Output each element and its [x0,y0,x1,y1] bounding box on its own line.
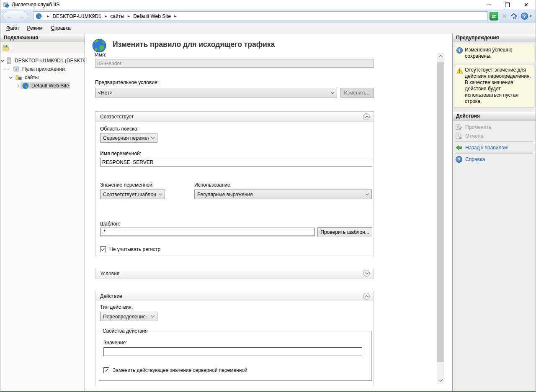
scope-value: Серверная переменн [103,135,149,141]
menu-help[interactable]: Справка [51,25,71,31]
connections-header: Подключения [0,33,85,42]
connections-toolbar [0,42,85,53]
cancel-icon [456,133,462,139]
edit-precondition-button: Изменить... [340,88,374,98]
action-value-input[interactable] [103,347,362,356]
scope-label: Область поиска: [100,126,139,132]
expand-icon[interactable] [363,270,370,277]
tree-label-server: DESKTOP-U1MK9D1 (DESKTOI [13,57,85,64]
toolbar-divider [12,44,12,51]
variable-value-label: Значение переменной: [100,182,154,188]
stop-button: ✕ [500,12,509,20]
action-type-select[interactable]: Переопределение [100,312,157,321]
ignore-case-label: Не учитывать регистр [109,246,160,252]
menu-file[interactable]: Файл [6,25,19,31]
apply-button: Применить [453,123,536,131]
scroll-down-button[interactable] [437,377,444,384]
divider [455,153,533,154]
precondition-select[interactable]: <Нет> [95,88,337,97]
collapse-icon[interactable] [363,113,370,120]
cancel-label: Отмена [465,133,483,139]
usage-value: Регулярные выражения [197,192,253,197]
variable-value-select[interactable]: Соответствует шаблону [100,190,165,199]
breadcrumb-separator-icon: ▶ [105,15,107,18]
minimize-button[interactable] [479,0,498,9]
tree-item-default-web-site[interactable]: Default Web Site [0,82,85,90]
save-connection-icon[interactable] [3,44,9,51]
restore-icon [505,3,510,7]
scope-select[interactable]: Серверная переменн [100,133,157,143]
application-pools-icon [13,66,20,72]
breadcrumb-item-sites[interactable]: сайты [110,13,124,19]
expander-icon[interactable] [9,75,13,78]
conditions-section: Условия [95,268,374,279]
help-button[interactable]: ? [520,12,529,20]
breadcrumb-item-server[interactable]: DESKTOP-U1MK9D1 [52,13,101,19]
tree-label-app-pools: Пулы приложений [21,66,66,72]
action-section-header[interactable]: Действие [95,291,374,301]
collapse-icon[interactable] [363,293,370,300]
restore-button[interactable] [498,0,517,9]
close-button[interactable]: ✕ [517,0,536,9]
breadcrumb[interactable]: ▶ DESKTOP-U1MK9D1 ▶ сайты ▶ Default Web … [33,11,487,21]
back-icon: ← [6,13,12,19]
match-section-header[interactable]: Соответствует [95,112,374,122]
stop-icon: ✕ [502,13,507,19]
test-pattern-button[interactable]: Проверить шаблон... [317,227,372,237]
action-value-label: Значение: [103,340,127,346]
scrollbar-thumb[interactable] [437,62,444,362]
warning-icon [456,67,463,74]
alert-warning-text: Отсутствует значение для действия переоп… [465,67,532,105]
back-arrow-icon [456,144,462,151]
match-section: Соответствует Область поиска: Серверная … [95,111,374,256]
home-button[interactable] [509,12,518,20]
info-icon: i [456,47,463,54]
replace-value-checkbox[interactable] [103,367,109,373]
address-toolbar: ← → ▶ DESKTOP-U1MK9D1 ▶ сайты ▶ Default … [0,9,536,23]
help-icon: ? [456,156,462,163]
tree-label-default-web-site: Default Web Site [30,82,70,89]
ignore-case-checkbox[interactable] [100,246,106,252]
variable-name-label: Имя переменной: [100,151,141,156]
conditions-section-header[interactable]: Условия [95,268,374,279]
actions-list: Применить Отмена Назад к правилам [453,120,536,164]
variable-name-input[interactable] [100,158,372,167]
connections-pane: Подключения DES [0,33,85,391]
usage-select[interactable]: Регулярные выражения [194,190,372,199]
pattern-input[interactable] [100,228,315,236]
usage-label: Использование: [194,182,232,188]
action-properties-group: Свойства действия Значение: Заменить дей… [99,328,372,381]
back-to-rules-link[interactable]: Назад к правилам [453,143,536,152]
site-globe-icon [22,82,29,89]
action-properties-title: Свойства действия [101,328,149,334]
app-icon [3,2,9,8]
help-dropdown-caret-icon[interactable]: ▼ [529,15,532,18]
vertical-scrollbar[interactable] [437,53,444,384]
name-input [95,59,374,68]
check-icon [101,247,105,251]
connections-tree: DESKTOP-U1MK9D1 (DESKTOI Пулы приложений [0,53,85,90]
tree-item-app-pools[interactable]: Пулы приложений [0,65,85,73]
iis-manager-window: Диспетчер служб IIS ✕ ← → ▶ DESKTOP-U1MK… [0,0,536,392]
alert-info-text: Изменения успешно сохранены. [465,47,532,59]
close-icon: ✕ [524,2,528,8]
help-label: Справка [465,156,485,162]
chevron-down-icon [151,314,155,318]
scroll-up-button[interactable] [437,53,444,60]
refresh-button[interactable]: ⇄ [490,12,498,20]
breadcrumb-separator-icon: ▶ [47,15,49,18]
menu-view[interactable]: Режим [27,25,43,31]
breadcrumb-item-default-web-site[interactable]: Default Web Site [133,13,171,19]
tree-connector [4,69,9,69]
menubar: Файл Режим Справка [0,23,536,33]
right-pane: Предупреждения i Изменения успешно сохра… [452,33,536,391]
expander-icon[interactable] [16,84,19,87]
tree-item-server[interactable]: DESKTOP-U1MK9D1 (DESKTOI [0,56,85,65]
help-link[interactable]: ? Справка [453,155,536,164]
precondition-value: <Нет> [98,90,112,96]
conditions-section-title: Условия [100,271,119,277]
tree-item-sites[interactable]: сайты [0,73,85,82]
match-section-title: Соответствует [100,114,134,120]
page-globe-icon [92,38,107,53]
expander-icon[interactable] [1,58,4,61]
